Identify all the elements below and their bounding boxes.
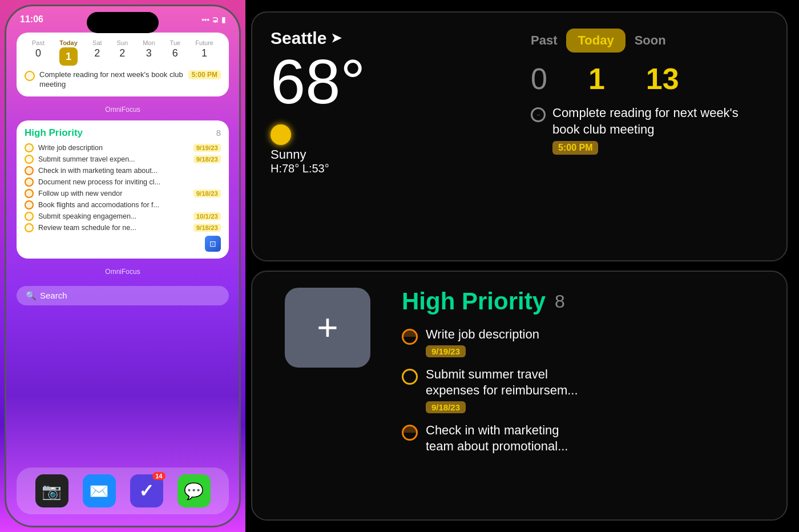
hp-right-task-1: Write job description 9/19/23: [402, 327, 768, 357]
hp-right-task-date-1: 9/19/23: [426, 345, 466, 357]
hp-right-task-title-1: Write job description: [426, 327, 539, 343]
widget1-footer: OmniFocus: [17, 106, 229, 114]
widget2-footer: OmniFocus: [17, 268, 229, 276]
hp-task-3: Check in with marketing team about...: [25, 165, 221, 176]
hp-task-icon-5: [25, 189, 34, 198]
omni-task-today: Complete reading for next week's book cl…: [531, 105, 768, 155]
tab-past[interactable]: Past: [531, 33, 557, 48]
hp-right-task-icon-3: [402, 425, 418, 441]
hp-right-task-content-3: Check in with marketingteam about promot…: [426, 422, 568, 457]
camera-app-icon[interactable]: 📷: [35, 474, 68, 507]
hp-task-4: Document new process for inviting cl...: [25, 176, 221, 188]
task-text: Complete reading for next week's book cl…: [39, 70, 184, 90]
hp-task-icon-3: [25, 166, 34, 175]
hp-task-6: Book flights and accomodations for f...: [25, 199, 221, 211]
mail-icon: ✉️: [89, 482, 109, 501]
hp-task-icon-8: [25, 223, 34, 232]
calendar-header: Past 0 Today 1 Sat 2 Sun 2: [25, 39, 221, 66]
mail-app-icon[interactable]: ✉️: [83, 474, 116, 507]
tab-soon[interactable]: Soon: [635, 33, 666, 48]
hp-task-icon-1: [25, 143, 34, 152]
messages-app-icon[interactable]: 💬: [177, 474, 211, 507]
weather-high-low: H:78° L:53°: [271, 162, 508, 175]
omnifocus-right-section: Past Today Soon 0 1 13 Com: [531, 29, 768, 155]
hp-right-header: High Priority 8: [402, 288, 768, 315]
plus-icon-section: +: [271, 288, 385, 368]
bottom-widget: + High Priority 8 Write job description …: [251, 271, 788, 521]
weather-condition: Sunny: [271, 147, 508, 162]
omnifocus-priority-widget[interactable]: High Priority 8 Write job description 9/…: [17, 120, 229, 259]
hp-right-task-icon-2: [402, 369, 418, 385]
hp-right-task-date-2: 9/18/23: [426, 401, 466, 413]
location-arrow-icon: ➤: [331, 31, 341, 46]
hp-right-task-icon-1: [402, 329, 418, 345]
hp-task-icon-7: [25, 212, 34, 221]
count-today: 1: [588, 64, 605, 94]
search-label: Search: [40, 291, 67, 300]
signal-icon: ▪▪▪: [201, 15, 209, 24]
cal-day-sat: Sat 2: [92, 39, 102, 66]
count-past: 0: [531, 64, 547, 94]
count-soon: 13: [646, 64, 679, 94]
add-widget-icon[interactable]: +: [285, 288, 370, 368]
search-icon: 🔍: [26, 291, 37, 301]
hp-title: High Priority: [25, 127, 83, 139]
hp-task-icon-4: [25, 178, 34, 187]
omnifocus-app-icon: ⊡: [25, 236, 221, 252]
hp-right-section: High Priority 8 Write job description 9/…: [402, 288, 768, 466]
hp-task-1: Write job description 9/19/23: [25, 142, 221, 154]
hp-right-task-title-3: Check in with marketingteam about promot…: [426, 422, 568, 455]
cal-day-future: Future 1: [195, 39, 213, 66]
task-icon: [25, 71, 35, 81]
weather-section: Seattle ➤ 68° Sunny H:78° L:53°: [271, 29, 508, 175]
hp-right-task-content-2: Submit summer travelexpenses for reimbur…: [426, 366, 578, 413]
omni-task-title: Complete reading for next week's book cl…: [552, 105, 768, 138]
tab-today[interactable]: Today: [566, 29, 625, 53]
sun-icon: [271, 124, 291, 145]
dock: 📷 ✉️ ✓ 14 💬: [17, 467, 229, 514]
hp-right-task-2: Submit summer travelexpenses for reimbur…: [402, 366, 768, 413]
hp-task-7: Submit speaking engagemen... 10/1/23: [25, 211, 221, 222]
messages-icon: 💬: [184, 482, 204, 501]
cal-day-sun: Sun 2: [117, 39, 128, 66]
hp-right-task-3: Check in with marketingteam about promot…: [402, 422, 768, 457]
hp-task-2: Submit summer travel expen... 9/18/23: [25, 154, 221, 165]
hp-task-5: Follow up with new vendor 9/18/23: [25, 188, 221, 199]
cal-day-mon: Mon 3: [143, 39, 155, 66]
status-icons: ▪▪▪ ⊋ ▮: [201, 15, 225, 24]
omni-tabs: Past Today Soon: [531, 29, 768, 53]
weather-condition-row: [271, 124, 508, 145]
omnifocus-calendar-widget[interactable]: Past 0 Today 1 Sat 2 Sun 2: [17, 33, 229, 96]
hp-count: 8: [216, 128, 221, 138]
phone-notch: [87, 12, 159, 33]
status-time: 11:06: [20, 14, 43, 25]
hp-right-count: 8: [555, 291, 565, 312]
tasks-badge: 14: [152, 472, 165, 480]
phone-frame: 11:06 ▪▪▪ ⊋ ▮ Past 0 Today 1: [5, 5, 241, 527]
widgets-area: Past 0 Today 1 Sat 2 Sun 2: [6, 27, 239, 281]
tasks-app-icon[interactable]: ✓ 14: [130, 474, 163, 507]
hp-task-icon-2: [25, 155, 34, 164]
weather-temperature: 68°: [271, 50, 508, 113]
calendar-task: Complete reading for next week's book cl…: [25, 70, 221, 90]
task-time: 5:00 PM: [188, 70, 221, 79]
tasks-checkmark-icon: ✓: [139, 480, 154, 502]
hp-header: High Priority 8: [25, 127, 221, 139]
cal-day-past: Past 0: [32, 39, 45, 66]
weather-city: Seattle ➤: [271, 29, 508, 48]
city-name: Seattle: [271, 29, 326, 48]
hp-right-task-title-2: Submit summer travelexpenses for reimbur…: [426, 366, 578, 399]
omni-task-content: Complete reading for next week's book cl…: [552, 105, 768, 155]
hp-right-title: High Priority: [402, 288, 546, 315]
search-bar[interactable]: 🔍 Search: [17, 286, 229, 305]
phone-left: 11:06 ▪▪▪ ⊋ ▮ Past 0 Today 1: [0, 0, 245, 532]
hp-right-task-content-1: Write job description 9/19/23: [426, 327, 539, 357]
hp-task-8: Review team schedule for ne... 9/18/23: [25, 222, 221, 233]
top-widget: Seattle ➤ 68° Sunny H:78° L:53° Past Tod…: [251, 11, 788, 261]
cal-day-today: Today 1: [59, 39, 78, 66]
omni-task-time: 5:00 PM: [552, 141, 598, 155]
camera-icon: 📷: [42, 482, 62, 501]
plus-icon: +: [317, 307, 338, 349]
omni-task-icon-big: [531, 107, 546, 122]
battery-icon: ▮: [221, 15, 225, 24]
